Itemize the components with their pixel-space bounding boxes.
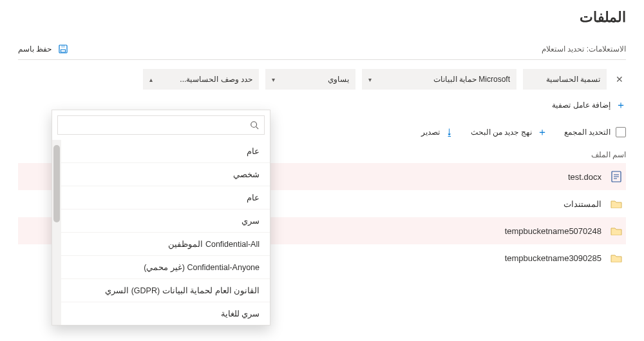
export-label: تصدير xyxy=(421,128,440,137)
file-name: tempbucketname3090285 xyxy=(505,253,601,263)
filter-value-label: حدد وصف الحساسية... xyxy=(180,75,252,84)
new-policy-label: نهج جديد من البحث xyxy=(471,128,532,137)
chevron-up-icon: ▴ xyxy=(149,76,153,83)
plus-icon: ＋ xyxy=(537,127,547,137)
scrollbar-thumb[interactable] xyxy=(53,145,60,222)
save-icon[interactable] xyxy=(58,44,68,54)
dropdown-option[interactable]: Confidential-Anyone (غير محمي) xyxy=(52,256,270,279)
filter-source-label: Microsoft حماية البيانات xyxy=(433,75,510,84)
svg-rect-2 xyxy=(61,50,66,52)
plus-icon: ＋ xyxy=(616,100,626,110)
dropdown-scrollbar[interactable] xyxy=(52,140,61,325)
svg-point-7 xyxy=(251,122,257,128)
save-as-button[interactable]: حفظ باسم xyxy=(18,44,52,54)
download-icon: ⭳ xyxy=(445,127,454,137)
page-title: الملفات xyxy=(18,9,626,26)
add-filter-button[interactable]: ＋ إضافة عامل تصفية xyxy=(18,100,626,110)
dropdown-option[interactable]: Confidential-All الموظفين xyxy=(52,233,270,256)
new-policy-button[interactable]: ＋ نهج جديد من البحث xyxy=(471,127,547,137)
folder-icon xyxy=(611,252,622,264)
export-button[interactable]: ⭳ تصدير xyxy=(421,127,454,137)
dropdown-option[interactable]: عام xyxy=(52,140,270,163)
filter-field-label: تسمية الحساسية xyxy=(546,75,600,84)
sensitivity-dropdown: عامشخصيعامسريConfidential-All الموظفينCo… xyxy=(52,110,270,326)
file-name: test.docx xyxy=(568,172,601,182)
file-name: tempbucketname5070248 xyxy=(505,226,601,236)
dropdown-option[interactable]: القانون العام لحماية البيانات (GDPR) الس… xyxy=(52,279,270,302)
svg-line-8 xyxy=(256,127,259,130)
filter-row: ✕ تسمية الحساسية Microsoft حماية البيانا… xyxy=(18,69,626,90)
select-all-label: التحديد المجمع xyxy=(564,128,611,137)
chevron-down-icon: ▾ xyxy=(368,76,372,83)
filter-value-select[interactable]: حدد وصف الحساسية... ▴ xyxy=(143,69,259,90)
filter-field-select[interactable]: تسمية الحساسية xyxy=(523,69,607,90)
dropdown-option[interactable]: سري xyxy=(52,209,270,233)
dropdown-option[interactable]: شخصي xyxy=(52,163,270,186)
document-icon xyxy=(611,171,622,182)
dropdown-option[interactable]: سري للغاية xyxy=(52,302,270,325)
checkbox-icon xyxy=(616,127,626,137)
chevron-down-icon: ▾ xyxy=(272,76,275,83)
filter-operator-select[interactable]: يساوي ▾ xyxy=(265,69,355,90)
dropdown-option[interactable]: عام xyxy=(52,186,270,209)
remove-filter-button[interactable]: ✕ xyxy=(613,73,626,86)
filter-operator-label: يساوي xyxy=(328,75,349,84)
folder-icon xyxy=(611,198,622,209)
add-filter-label: إضافة عامل تصفية xyxy=(552,101,611,110)
select-all-toggle[interactable]: التحديد المجمع xyxy=(564,127,626,137)
filter-source-select[interactable]: Microsoft حماية البيانات ▾ xyxy=(362,69,516,90)
file-name: المستندات xyxy=(564,199,601,209)
folder-icon xyxy=(611,225,622,237)
search-icon xyxy=(250,121,259,130)
queries-label: الاستعلامات: تحديد استعلام xyxy=(542,44,626,54)
dropdown-list: عامشخصيعامسريConfidential-All الموظفينCo… xyxy=(52,140,270,325)
queries-bar: الاستعلامات: تحديد استعلام حفظ باسم xyxy=(18,44,626,60)
dropdown-search[interactable] xyxy=(57,115,265,135)
dropdown-search-input[interactable] xyxy=(63,120,245,130)
svg-rect-1 xyxy=(61,45,65,48)
